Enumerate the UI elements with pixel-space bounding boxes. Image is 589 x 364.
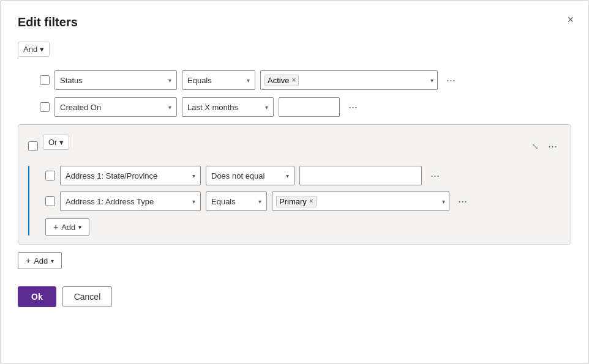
status-active-tag-label: Active: [268, 76, 289, 85]
main-add-label: Add: [34, 256, 48, 266]
ok-button[interactable]: Ok: [18, 286, 56, 307]
created-on-value-input[interactable]: 6: [279, 97, 340, 117]
status-row-checkbox[interactable]: [40, 75, 50, 85]
or-group-dropdown[interactable]: Or ▾: [43, 135, 69, 150]
created-on-operator-select[interactable]: Last X months ▾: [182, 97, 274, 117]
address-state-operator-select[interactable]: Does not equal ▾: [206, 166, 294, 185]
address-type-value-input[interactable]: Primary × ▾: [272, 191, 449, 211]
main-add-button[interactable]: + Add ▾: [18, 252, 62, 269]
address-type-primary-tag-close-icon[interactable]: ×: [309, 198, 313, 205]
close-button[interactable]: ×: [565, 12, 576, 28]
created-on-operator-label: Last X months: [187, 103, 238, 112]
or-label: Or: [48, 138, 57, 147]
status-operator-chevron-icon: ▾: [247, 77, 250, 84]
status-row-more-button[interactable]: ···: [443, 73, 459, 87]
status-value-input[interactable]: Active × ▾: [260, 70, 438, 90]
address-state-field-select[interactable]: Address 1: State/Province ▾: [60, 166, 201, 185]
and-label: And: [23, 45, 37, 54]
address-type-primary-tag: Primary ×: [276, 196, 317, 207]
created-on-operator-chevron-icon: ▾: [265, 104, 268, 111]
address-type-filter-row: Address 1: Address Type ▾ Equals ▾ Prima…: [45, 191, 561, 211]
address-state-operator-label: Does not equal: [211, 171, 264, 180]
address-type-primary-tag-label: Primary: [279, 197, 307, 206]
address-state-row-checkbox[interactable]: [45, 171, 55, 180]
address-state-value-input[interactable]: CA: [299, 166, 422, 185]
address-state-operator-chevron-icon: ▾: [286, 173, 289, 179]
or-group-vertical-line: [28, 166, 40, 236]
address-state-row-more-button[interactable]: ···: [427, 169, 443, 182]
edit-filters-dialog: Edit filters × And ▾ Status ▾ Equals ▾ A…: [0, 0, 589, 364]
status-operator-label: Equals: [187, 76, 212, 85]
address-type-operator-select[interactable]: Equals ▾: [206, 191, 267, 211]
or-group-actions: ⤡ ···: [528, 139, 561, 153]
status-filter-row: Status ▾ Equals ▾ Active × ▾ ···: [18, 70, 571, 90]
address-type-field-select[interactable]: Address 1: Address Type ▾: [60, 191, 201, 211]
or-group-add-plus-icon: +: [53, 222, 58, 232]
status-operator-select[interactable]: Equals ▾: [182, 70, 255, 90]
status-active-tag-close-icon[interactable]: ×: [291, 76, 296, 84]
or-chevron-icon: ▾: [59, 138, 64, 147]
and-group-dropdown[interactable]: And ▾: [18, 42, 50, 57]
created-on-field-label: Created On: [60, 103, 101, 112]
address-type-row-more-button[interactable]: ···: [454, 195, 471, 208]
dialog-title: Edit filters: [18, 15, 571, 29]
or-group-content: Address 1: State/Province ▾ Does not equ…: [28, 166, 561, 236]
created-on-row-checkbox[interactable]: [40, 102, 50, 112]
or-group-add-label: Add: [61, 223, 75, 232]
or-group-collapse-button[interactable]: ⤡: [528, 139, 542, 153]
or-group-checkbox[interactable]: [28, 141, 38, 151]
or-group-add-chevron-icon: ▾: [78, 224, 81, 231]
or-group-more-button[interactable]: ···: [544, 139, 561, 153]
address-type-field-chevron-icon: ▾: [192, 198, 195, 205]
or-group: Or ▾ ⤡ ··· Address 1: State/Province ▾: [18, 124, 571, 245]
status-active-tag: Active ×: [264, 75, 299, 86]
status-field-chevron-icon: ▾: [168, 77, 171, 84]
address-type-row-checkbox[interactable]: [45, 196, 55, 206]
main-add-chevron-icon: ▾: [51, 258, 54, 264]
or-group-left: Or ▾: [28, 135, 69, 157]
or-group-header: Or ▾ ⤡ ···: [28, 135, 561, 157]
status-value-chevron-icon: ▾: [430, 77, 433, 84]
address-state-field-label: Address 1: State/Province: [66, 171, 157, 180]
address-state-field-chevron-icon: ▾: [192, 173, 195, 179]
address-type-value-chevron-icon: ▾: [442, 198, 445, 205]
created-on-filter-row: Created On ▾ Last X months ▾ 6 ···: [18, 97, 571, 117]
or-group-add-button[interactable]: + Add ▾: [45, 218, 89, 236]
or-group-rows: Address 1: State/Province ▾ Does not equ…: [45, 166, 561, 236]
created-on-field-chevron-icon: ▾: [168, 104, 171, 111]
address-type-field-label: Address 1: Address Type: [66, 197, 154, 206]
address-type-operator-label: Equals: [211, 197, 236, 206]
created-on-field-select[interactable]: Created On ▾: [54, 97, 177, 117]
created-on-row-more-button[interactable]: ···: [345, 100, 361, 114]
and-chevron-icon: ▾: [40, 45, 44, 54]
cancel-button[interactable]: Cancel: [62, 286, 113, 307]
status-field-select[interactable]: Status ▾: [54, 70, 177, 90]
status-field-label: Status: [60, 76, 83, 85]
address-type-operator-chevron-icon: ▾: [258, 198, 261, 205]
main-add-container: + Add ▾: [18, 252, 571, 269]
dialog-footer: Ok Cancel: [18, 286, 571, 307]
main-add-plus-icon: +: [26, 256, 31, 266]
address-state-filter-row: Address 1: State/Province ▾ Does not equ…: [45, 166, 561, 185]
